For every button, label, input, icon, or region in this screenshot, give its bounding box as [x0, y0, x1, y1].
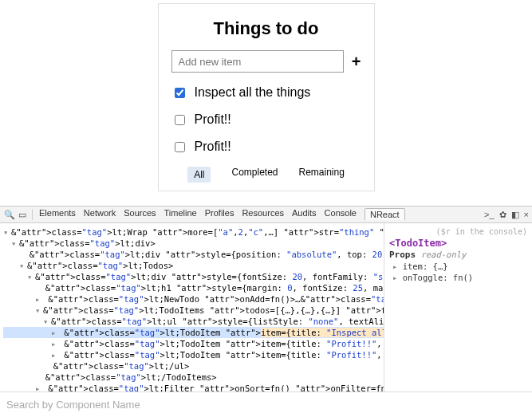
tree-row[interactable]: &"attr">class="tag">lt;h1 "attr">style={…	[3, 282, 384, 293]
tab-sources[interactable]: Sources	[124, 208, 156, 221]
todo-checkbox[interactable]	[175, 88, 185, 98]
search-placeholder: Search by Component Name	[6, 399, 140, 411]
tree-row[interactable]: ▾&"attr">class="tag">lt;ul "attr">style=…	[3, 316, 384, 327]
tree-row-selected[interactable]: ▸ &"attr">class="tag">lt;TodoItem "attr"…	[3, 327, 384, 338]
todo-checkbox[interactable]	[175, 142, 185, 152]
filter-completed[interactable]: Completed	[231, 167, 278, 183]
new-todo-input[interactable]	[171, 50, 344, 73]
page-title: Things to do	[171, 18, 361, 39]
tree-row[interactable]: ▸ &"attr">class="tag">lt;Filter "attr">o…	[3, 383, 384, 391]
todo-row: Profit!!	[171, 111, 361, 138]
tree-row[interactable]: ▾&"attr">class="tag">lt;Wrap "attr">more…	[3, 226, 384, 238]
tab-network[interactable]: Network	[84, 208, 116, 221]
devtools-body: ▾&"attr">class="tag">lt;Wrap "attr">more…	[0, 223, 532, 391]
tree-row[interactable]: ▸ &"attr">class="tag">lt;TodoItem "attr"…	[3, 349, 384, 360]
dock-icon[interactable]: ◧	[511, 210, 519, 220]
device-icon[interactable]: ▭	[16, 210, 29, 220]
selected-component: <TodoItem>	[389, 238, 527, 249]
tab-console[interactable]: Console	[325, 208, 357, 221]
close-icon[interactable]: ×	[524, 210, 529, 219]
tab-timeline[interactable]: Timeline	[164, 208, 197, 221]
filter-bar: All Completed Remaining	[171, 167, 361, 183]
tree-row[interactable]: &"attr">class="tag">lt;div "attr">style=…	[3, 249, 384, 260]
tree-row[interactable]: &"attr">class="tag">lt;/ul>	[3, 360, 384, 372]
filter-all[interactable]: All	[187, 167, 211, 183]
tab-profiles[interactable]: Profiles	[205, 208, 234, 221]
component-tree[interactable]: ▾&"attr">class="tag">lt;Wrap "attr">more…	[0, 223, 384, 391]
tab-audits[interactable]: Audits	[292, 208, 317, 221]
tree-row[interactable]: ▾&"attr">class="tag">lt;TodoItems "attr"…	[3, 305, 384, 316]
todo-label: Inspect all the things	[195, 85, 311, 100]
tab-resources[interactable]: Resources	[242, 208, 284, 221]
app-preview: Things to do + Inspect all the things Pr…	[0, 0, 532, 206]
filter-remaining[interactable]: Remaining	[299, 167, 345, 183]
todo-row: Profit!!	[171, 138, 361, 165]
todo-checkbox[interactable]	[175, 115, 185, 125]
add-icon[interactable]: +	[352, 53, 361, 69]
drawer-icon[interactable]: >_	[484, 210, 495, 219]
todo-label: Profit!!	[195, 140, 231, 154]
gear-icon[interactable]: ✿	[499, 210, 506, 220]
tree-row[interactable]: &"attr">class="tag">lt;/TodoItems>	[3, 372, 384, 383]
new-todo-row: +	[171, 50, 361, 73]
todo-card: Things to do + Inspect all the things Pr…	[158, 3, 375, 191]
tab-elements[interactable]: Elements	[39, 208, 76, 221]
props-readonly: read-only	[420, 250, 466, 259]
tree-row[interactable]: ▾&"attr">class="tag">lt;Todos>	[3, 260, 384, 271]
prop-ontoggle[interactable]: ▸ onToggle: fn()	[389, 272, 527, 283]
devtools-toolbar: 🔍 ▭ Elements Network Sources Timeline Pr…	[0, 206, 532, 223]
todo-label: Profit!!	[195, 112, 231, 127]
console-hint: ($r in the console)	[389, 226, 527, 238]
props-pane: ($r in the console) <TodoItem> Props rea…	[384, 223, 532, 391]
tree-row[interactable]: ▾&"attr">class="tag">lt;div>	[3, 238, 384, 249]
tree-row[interactable]: ▾&"attr">class="tag">lt;div "attr">style…	[3, 271, 384, 282]
prop-item[interactable]: ▸ item: {…}	[389, 261, 527, 272]
component-search[interactable]: Search by Component Name	[0, 391, 532, 417]
props-label: Props	[389, 250, 416, 260]
devtools-tabs: Elements Network Sources Timeline Profil…	[39, 208, 405, 221]
tree-row[interactable]: ▸ &"attr">class="tag">lt;TodoItem "attr"…	[3, 338, 384, 349]
todo-row: Inspect all the things	[171, 84, 361, 111]
tree-row[interactable]: ▸ &"attr">class="tag">lt;NewTodo "attr">…	[3, 293, 384, 305]
tab-nreact[interactable]: NReact	[365, 208, 405, 221]
inspect-icon[interactable]: 🔍	[3, 210, 16, 220]
